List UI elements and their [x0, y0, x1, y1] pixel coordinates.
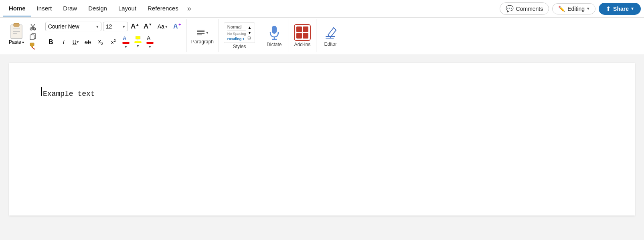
copy-button[interactable] [27, 32, 38, 41]
svg-rect-1 [14, 23, 19, 26]
paste-icon [9, 22, 24, 39]
tab-draw[interactable]: Draw [57, 1, 83, 16]
font-color-2-chevron-icon: ▾ [149, 44, 151, 49]
styles-group: Normal No Spacing Heading 1 ▲ ▼ ⊟ Styles [219, 19, 260, 52]
styles-up-icon[interactable]: ▲ [247, 25, 251, 30]
dictate-group: Dictate [260, 19, 288, 52]
comments-button[interactable]: 💬 Comments [500, 2, 549, 15]
tab-bar: Home Insert Draw Design Layout Reference… [0, 0, 644, 18]
paste-label: Paste [9, 39, 21, 45]
font-row1: Courier New ▾ 12 ▾ A▲ A▼ Aa ▾ A [45, 21, 183, 32]
styles-expand-icon[interactable]: ⊟ [247, 36, 251, 40]
svg-line-13 [32, 47, 35, 49]
underline-button[interactable]: U ▾ [71, 38, 81, 46]
comment-icon: 💬 [506, 5, 514, 12]
case-icon: Aa [158, 23, 164, 30]
paste-button[interactable]: Paste ▾ [6, 21, 26, 47]
font-color-chevron-icon: ▾ [125, 44, 127, 49]
case-chevron-icon: ▾ [165, 24, 168, 29]
font-color-button-2[interactable]: A ▾ [145, 34, 155, 50]
tab-references[interactable]: References [142, 1, 184, 16]
share-chevron-icon: ▾ [631, 6, 634, 11]
editing-chevron-icon: ▾ [587, 6, 589, 11]
font-group: Courier New ▾ 12 ▾ A▲ A▼ Aa ▾ A [42, 19, 186, 52]
subscript-button[interactable]: x2 [95, 37, 106, 48]
clipboard-mini-group [27, 21, 38, 51]
svg-text:A: A [147, 35, 151, 41]
document-area[interactable]: Example text [0, 55, 644, 224]
text-cursor [41, 87, 42, 96]
italic-button[interactable]: I [58, 37, 69, 48]
svg-rect-12 [31, 45, 33, 47]
svg-rect-11 [30, 43, 34, 46]
font-name-value: Courier New [48, 23, 79, 30]
pencil-icon: ✏️ [558, 6, 565, 12]
clipboard-group: Paste ▾ [3, 19, 42, 52]
comments-label: Comments [516, 6, 543, 12]
bold-button[interactable]: B [45, 37, 57, 48]
svg-rect-15 [136, 36, 140, 39]
font-color-button[interactable]: A ▾ [121, 34, 131, 50]
font-row2: B I U ▾ ab x2 x2 A [45, 34, 183, 50]
paste-chevron-icon: ▾ [22, 40, 24, 45]
superscript-label: x2 [111, 39, 116, 45]
highlight-color-bar [134, 41, 142, 43]
styles-down-icon[interactable]: ▼ [247, 31, 251, 35]
font-color-bar [122, 42, 130, 44]
document-page[interactable]: Example text [9, 63, 635, 216]
addins-group: Add-ins [288, 19, 316, 52]
tab-layout[interactable]: Layout [113, 1, 142, 16]
more-tabs-button[interactable]: » [184, 2, 194, 15]
svg-text:A: A [123, 35, 127, 41]
dictate-button[interactable]: Dictate [267, 24, 281, 47]
superscript-button[interactable]: x2 [108, 37, 119, 48]
font-size-selector[interactable]: 12 ▾ [103, 22, 128, 31]
styles-arrows: ▲ ▼ ⊟ [247, 25, 251, 40]
underline-label: U [73, 39, 77, 45]
shrink-font-button[interactable]: A▼ [142, 21, 154, 32]
styles-picker[interactable]: Normal No Spacing Heading 1 ▲ ▼ ⊟ [224, 22, 255, 43]
document-text: Example text [43, 90, 95, 98]
svg-line-28 [334, 28, 336, 30]
header-right: 💬 Comments ✏️ Editing ▾ ⬆ Share ▾ [500, 2, 641, 15]
styles-samples: Normal No Spacing Heading 1 [227, 24, 246, 41]
editing-button[interactable]: ✏️ Editing ▾ [552, 3, 595, 14]
shrink-font-icon: A▼ [144, 22, 152, 31]
paragraph-chevron-icon: ▾ [206, 30, 209, 35]
format-painter-button[interactable] [27, 42, 38, 51]
share-button[interactable]: ⬆ Share ▾ [599, 3, 641, 15]
svg-rect-10 [30, 35, 34, 40]
font-name-chevron-icon: ▾ [96, 24, 99, 29]
ribbon: Paste ▾ [0, 18, 644, 55]
paragraph-icons: ▾ [194, 27, 211, 38]
strikethrough-button[interactable]: ab [82, 37, 93, 48]
cut-button[interactable] [27, 22, 38, 31]
styles-label: Styles [233, 44, 246, 49]
paragraph-align-button[interactable]: ▾ [194, 27, 211, 38]
text-effects-icon: A✦ [173, 22, 181, 30]
highlight-button[interactable]: ▾ [133, 35, 143, 49]
underline-chevron-icon: ▾ [77, 39, 79, 45]
grow-font-icon: A▲ [131, 22, 139, 31]
strikethrough-label: ab [85, 39, 91, 45]
tab-home[interactable]: Home [3, 1, 31, 16]
addins-button[interactable]: Add-ins [294, 24, 311, 47]
share-icon: ⬆ [606, 6, 611, 12]
editing-label: Editing [567, 6, 585, 12]
editor-group: Editor [316, 19, 344, 52]
addins-icon [294, 24, 311, 41]
font-size-value: 12 [106, 23, 112, 30]
font-color-bar-2 [146, 42, 154, 44]
tab-design[interactable]: Design [83, 1, 113, 16]
tab-insert[interactable]: Insert [31, 1, 58, 16]
editor-button[interactable]: Editor [322, 24, 338, 47]
text-effects-button[interactable]: A✦ [172, 21, 183, 32]
share-label: Share [613, 6, 629, 12]
font-name-selector[interactable]: Courier New ▾ [45, 22, 101, 31]
font-size-chevron-icon: ▾ [123, 24, 125, 29]
addins-label: Add-ins [294, 42, 310, 47]
document-content: Example text [41, 87, 603, 98]
grow-font-button[interactable]: A▲ [130, 21, 141, 32]
change-case-button[interactable]: Aa ▾ [155, 22, 170, 31]
highlight-chevron-icon: ▾ [137, 43, 139, 49]
